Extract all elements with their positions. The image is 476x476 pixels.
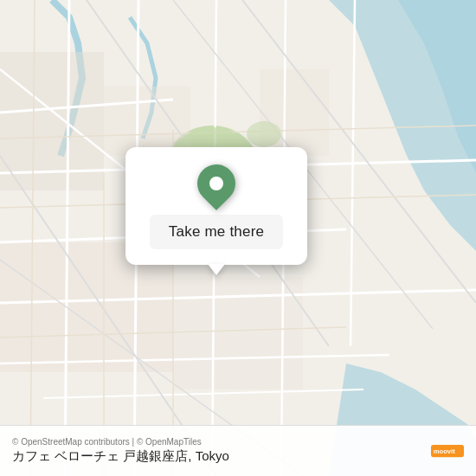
popup-card: Take me there xyxy=(125,147,307,265)
bottom-left: © OpenStreetMap contributors | © OpenMap… xyxy=(12,437,229,465)
take-me-there-button[interactable]: Take me there xyxy=(150,215,283,249)
bottom-bar: © OpenStreetMap contributors | © OpenMap… xyxy=(0,425,476,476)
svg-text:moovit: moovit xyxy=(434,447,455,455)
svg-point-31 xyxy=(247,121,281,147)
location-pin xyxy=(190,157,243,210)
location-label: カフェ ベローチェ 戸越銀座店, Tokyo xyxy=(12,448,229,465)
location-pin-inner xyxy=(209,177,223,190)
map-container: Take me there xyxy=(0,0,476,476)
map-attribution: © OpenStreetMap contributors | © OpenMap… xyxy=(12,437,229,447)
moovit-logo: moovit xyxy=(431,434,464,467)
moovit-logo-svg: moovit xyxy=(431,434,464,467)
